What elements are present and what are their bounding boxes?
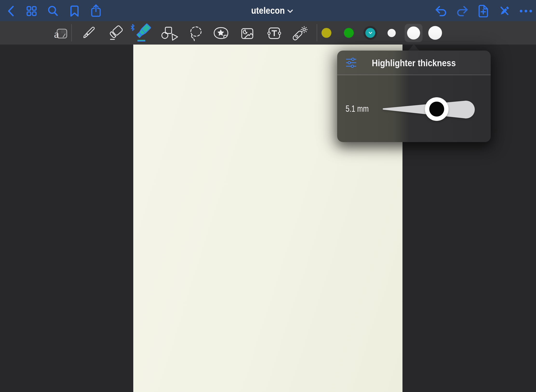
svg-text:a: a [54, 28, 59, 40]
